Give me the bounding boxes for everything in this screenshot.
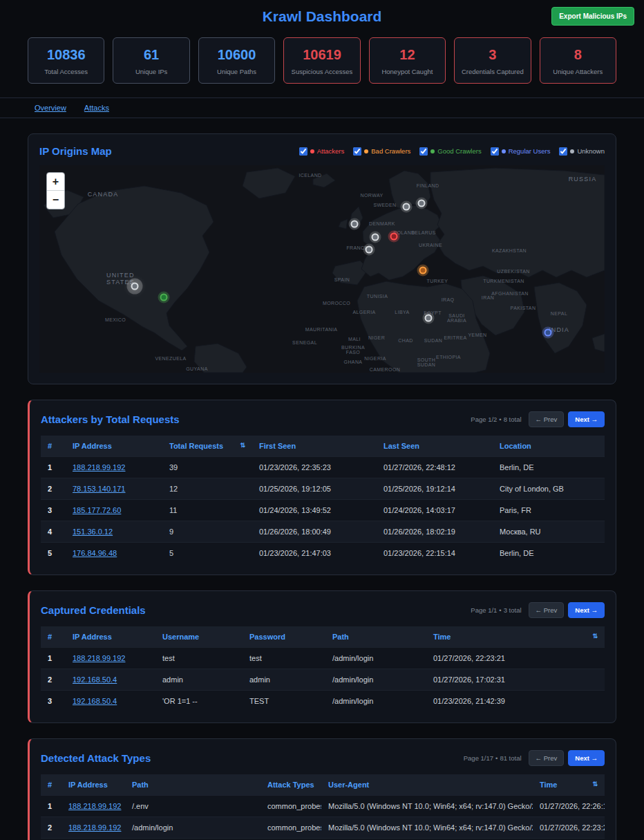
col-first-seen: First Seen: [252, 436, 377, 457]
legend-dot-regular-users: [502, 149, 506, 153]
cell-number: 4: [41, 521, 66, 543]
table-row: 5 176.84.96.48 5 01/23/2026, 21:47:03 01…: [41, 543, 605, 564]
map-marker-unknown[interactable]: [425, 315, 433, 322]
stat-honeypot-caught: 12 Honeypot Caught: [369, 37, 446, 84]
cell-time: 01/27/2026, 22:23:21: [426, 648, 605, 669]
stat-label: Suspicious Accesses: [287, 68, 357, 75]
table-row: 3 185.177.72.60 11 01/24/2026, 13:49:52 …: [41, 500, 605, 521]
sort-icon[interactable]: ⇅: [240, 442, 245, 449]
map-marker-unknown[interactable]: [403, 203, 410, 211]
ip-link[interactable]: 188.218.99.192: [73, 463, 125, 472]
cell-user-agent: Mozilla/5.0 (Windows NT 10.0; Win64; x64…: [321, 796, 533, 817]
cell-path: /admin/login: [325, 648, 426, 669]
legend-attackers[interactable]: Attackers: [299, 147, 345, 156]
legend-bad-crawlers[interactable]: Bad Crawlers: [353, 147, 410, 156]
credentials-card: Captured Credentials Page 1/1•3 total ← …: [28, 590, 616, 723]
map-marker-unknown[interactable]: [372, 234, 379, 241]
ip-link[interactable]: 192.168.50.4: [73, 675, 117, 684]
detected-attack-types-card: Detected Attack Types Page 1/17•81 total…: [28, 738, 616, 840]
world-map-graphic: [39, 165, 605, 373]
cell-requests: 11: [162, 500, 252, 521]
col-total-requests[interactable]: Total Requests⇅: [162, 436, 252, 457]
map-zoom-control: + −: [46, 172, 65, 209]
ip-origins-map[interactable]: ICELAND CANADA RUSSIA NORWAY FINLAND SWE…: [39, 165, 605, 373]
legend-regular-users[interactable]: Regular Users: [491, 147, 551, 156]
col-time[interactable]: Time⇅: [533, 774, 605, 796]
cell-number: 5: [41, 543, 66, 564]
col-username: Username: [155, 626, 243, 648]
page-info: Page 1/17•81 total: [464, 754, 522, 762]
cell-user-agent: Mozilla/5.0 (Windows NT 10.0; Win64; x64…: [321, 817, 533, 839]
cell-time: 01/27/2026, 22:23:21: [533, 817, 605, 839]
col-ip-address: IP Address: [66, 436, 162, 457]
map-marker-unknown-cluster[interactable]: [131, 283, 139, 290]
cell-first-seen: 01/23/2026, 21:47:03: [252, 543, 377, 564]
sort-icon[interactable]: ⇅: [592, 633, 598, 640]
ip-link[interactable]: 188.218.99.192: [68, 802, 121, 810]
next-page-button[interactable]: Next →: [568, 750, 605, 766]
legend-dot-unknown: [570, 149, 574, 153]
stat-value: 3: [457, 47, 527, 63]
map-marker-regular-user[interactable]: [544, 329, 552, 337]
prev-page-button[interactable]: ← Prev: [529, 602, 565, 618]
credentials-pagination: Page 1/1•3 total ← Prev Next →: [471, 602, 605, 618]
prev-page-button[interactable]: ← Prev: [529, 750, 565, 766]
zoom-out-button[interactable]: −: [47, 191, 64, 209]
attackers-card: Attackers by Total Requests Page 1/2•8 t…: [28, 400, 616, 575]
map-marker-unknown[interactable]: [418, 200, 426, 207]
ip-link[interactable]: 151.36.0.12: [73, 528, 113, 536]
tab-overview[interactable]: Overview: [35, 104, 66, 112]
stat-label: Unique Paths: [202, 68, 272, 75]
table-row: 2 192.168.50.4 admin admin /admin/login …: [41, 669, 605, 691]
ip-link[interactable]: 188.218.99.192: [73, 654, 125, 662]
legend-unknown[interactable]: Unknown: [559, 147, 605, 156]
legend-unknown-checkbox[interactable]: [559, 147, 567, 156]
ip-link[interactable]: 188.218.99.192: [68, 823, 121, 832]
cell-username: test: [155, 648, 243, 669]
cell-number: 3: [41, 500, 66, 521]
cell-requests: 9: [162, 521, 252, 543]
cell-ip: 176.84.96.48: [66, 543, 162, 564]
tab-attacks[interactable]: Attacks: [84, 104, 109, 112]
ip-link[interactable]: 78.153.140.171: [73, 485, 125, 493]
map-marker-unknown[interactable]: [366, 246, 373, 254]
next-page-button[interactable]: Next →: [568, 411, 605, 427]
table-row: 3 192.168.50.4 'OR 1=1 -- TEST /admin/lo…: [41, 691, 605, 712]
prev-page-button[interactable]: ← Prev: [529, 411, 565, 427]
cell-time: 01/27/2026, 22:26:11: [533, 796, 605, 817]
separator: •: [499, 606, 501, 614]
map-marker-bad-crawler[interactable]: [419, 267, 427, 274]
stat-unique-paths: 10600 Unique Paths: [198, 37, 275, 84]
legend-dot-bad-crawlers: [364, 149, 368, 153]
ip-link[interactable]: 192.168.50.4: [73, 697, 117, 705]
map-marker-unknown[interactable]: [351, 221, 359, 228]
stat-value: 10619: [287, 47, 357, 63]
cell-username: admin: [155, 669, 243, 691]
credentials-card-title: Captured Credentials: [41, 604, 146, 616]
detected-card-title: Detected Attack Types: [41, 752, 151, 764]
zoom-in-button[interactable]: +: [47, 173, 64, 191]
cell-time: 01/23/2026, 21:42:39: [426, 691, 605, 712]
next-page-button[interactable]: Next →: [568, 602, 605, 618]
col-number: #: [41, 774, 61, 796]
legend-bad-crawlers-checkbox[interactable]: [353, 147, 361, 156]
separator: •: [499, 416, 501, 423]
map-marker-attacker[interactable]: [390, 233, 398, 241]
map-marker-good-crawler[interactable]: [160, 294, 168, 301]
sort-icon[interactable]: ⇅: [592, 781, 598, 787]
app-header: Krawl Dashboard Export Malicious IPs: [0, 0, 644, 32]
col-last-seen: Last Seen: [377, 436, 493, 457]
legend-regular-users-checkbox[interactable]: [491, 147, 499, 156]
ip-link[interactable]: 185.177.72.60: [73, 506, 121, 514]
legend-label: Unknown: [577, 147, 605, 155]
legend-good-crawlers-checkbox[interactable]: [419, 147, 428, 156]
table-row: 2 78.153.140.171 12 01/25/2026, 19:12:05…: [41, 478, 605, 500]
cell-location: Berlin, DE: [493, 543, 605, 564]
ip-link[interactable]: 176.84.96.48: [73, 549, 117, 557]
cell-attack-types: common_probes: [261, 817, 321, 839]
export-malicious-ips-button[interactable]: Export Malicious IPs: [551, 7, 634, 26]
legend-good-crawlers[interactable]: Good Crawlers: [419, 147, 481, 156]
legend-attackers-checkbox[interactable]: [299, 147, 307, 156]
cell-requests: 5: [162, 543, 252, 564]
col-time[interactable]: Time⇅: [426, 626, 605, 648]
